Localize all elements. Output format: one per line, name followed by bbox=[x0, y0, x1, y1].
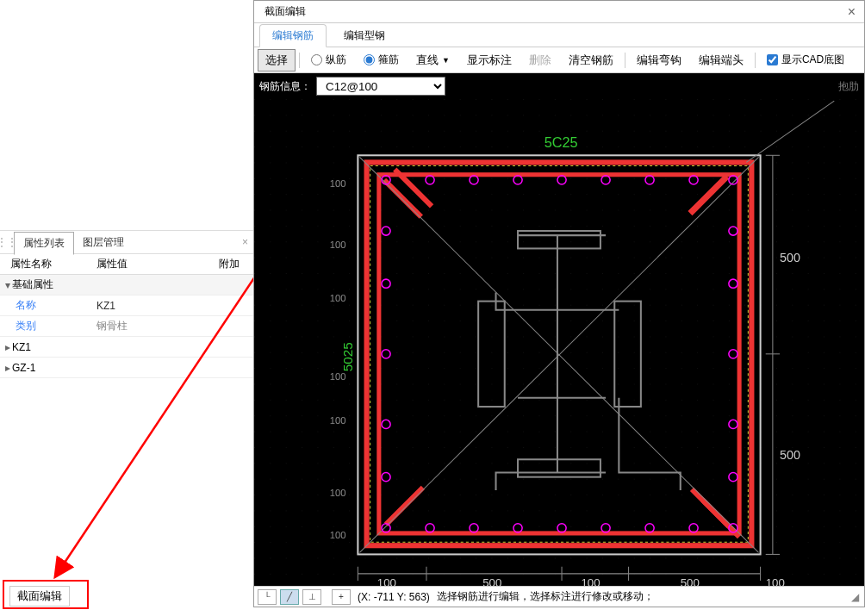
dim-top-label: 5C25 bbox=[545, 134, 578, 150]
prop-row-name[interactable]: 名称 KZ1 bbox=[0, 296, 253, 316]
dialog-title: 截面编辑 bbox=[264, 4, 306, 19]
status-msg: 选择钢筋进行编辑，选择标注进行修改或移动； bbox=[437, 589, 654, 604]
radio-longitudinal[interactable]: 纵筋 bbox=[303, 49, 354, 71]
section-canvas[interactable]: 5C25 5025 100100100 100100100100 500 500… bbox=[254, 99, 864, 586]
drag-handle-icon[interactable]: ⋮⋮ bbox=[0, 231, 14, 253]
statusbar: └ ╱ ⊥ + (X: -711 Y: 563) 选择钢筋进行编辑，选择标注进行… bbox=[254, 586, 864, 607]
col-extra: 附加 bbox=[219, 257, 253, 271]
node-gz1[interactable]: ▸ GZ-1 bbox=[0, 358, 253, 378]
status-coord: (X: -711 Y: 563) bbox=[358, 591, 430, 603]
prop-value: 钢骨柱 bbox=[96, 319, 253, 333]
col-name: 属性名称 bbox=[0, 257, 96, 271]
tab-edit-steel[interactable]: 编辑型钢 bbox=[332, 25, 397, 47]
dialog-tabs: 编辑钢筋 编辑型钢 bbox=[254, 23, 864, 47]
prop-value: KZ1 bbox=[96, 300, 253, 312]
svg-text:100: 100 bbox=[330, 530, 346, 540]
highlight-section-edit: 截面编辑 bbox=[3, 580, 89, 609]
chevron-right-icon: ▸ bbox=[3, 362, 12, 374]
svg-text:500: 500 bbox=[681, 576, 700, 586]
svg-text:500: 500 bbox=[482, 576, 501, 586]
svg-text:100: 100 bbox=[330, 415, 346, 426]
svg-text:100: 100 bbox=[330, 240, 346, 250]
top-right-text: 抱肋 bbox=[838, 79, 859, 94]
check-show-cad[interactable]: 显示CAD底图 bbox=[759, 49, 852, 71]
snap-plus-icon[interactable]: + bbox=[332, 589, 351, 605]
tool-select[interactable]: 选择 bbox=[258, 49, 296, 72]
tool-edit-hook[interactable]: 编辑弯钩 bbox=[629, 49, 689, 72]
svg-text:100: 100 bbox=[581, 576, 600, 586]
svg-text:100: 100 bbox=[766, 576, 785, 586]
group-label: 基础属性 bbox=[12, 277, 53, 292]
node-label: KZ1 bbox=[12, 341, 31, 353]
svg-text:500: 500 bbox=[780, 448, 800, 462]
snap-perp-icon[interactable]: ⊥ bbox=[302, 589, 321, 605]
radio-stirrup[interactable]: 箍筋 bbox=[356, 49, 407, 71]
node-kz1[interactable]: ▸ KZ1 bbox=[0, 337, 253, 358]
snap-endpoint-icon[interactable]: └ bbox=[258, 589, 277, 605]
dialog-titlebar[interactable]: 截面编辑 × bbox=[254, 1, 864, 23]
section-svg: 5C25 5025 100100100 100100100100 500 500… bbox=[254, 99, 864, 586]
svg-text:100: 100 bbox=[377, 576, 396, 586]
left-property-panel: ⋮⋮ 属性列表 图层管理 × 属性名称 属性值 附加 ▾ 基础属性 名称 KZ1… bbox=[0, 230, 253, 378]
close-icon[interactable]: × bbox=[242, 236, 248, 248]
svg-text:100: 100 bbox=[330, 293, 346, 303]
tool-delete[interactable]: 删除 bbox=[521, 49, 559, 72]
prop-row-type[interactable]: 类别 钢骨柱 bbox=[0, 316, 253, 337]
rebar-info-label: 钢筋信息： bbox=[259, 79, 311, 94]
separator bbox=[625, 53, 625, 68]
rebar-info-bar: 钢筋信息： C12@100 抱肋 bbox=[254, 73, 864, 99]
svg-text:100: 100 bbox=[330, 178, 346, 189]
prop-key: 名称 bbox=[0, 298, 96, 313]
tab-layers[interactable]: 图层管理 bbox=[74, 232, 133, 253]
svg-text:500: 500 bbox=[780, 251, 800, 264]
tool-show-label[interactable]: 显示标注 bbox=[459, 49, 520, 72]
section-edit-dialog: 截面编辑 × 编辑钢筋 编辑型钢 选择 纵筋 箍筋 直线 ▼ 显示标注 删除 清… bbox=[253, 0, 865, 607]
prop-key: 类别 bbox=[0, 319, 96, 333]
dim-left-label: 5025 bbox=[340, 342, 355, 371]
svg-text:100: 100 bbox=[330, 488, 346, 498]
tab-edit-rebar[interactable]: 编辑钢筋 bbox=[259, 24, 327, 47]
left-tabs: ⋮⋮ 属性列表 图层管理 × bbox=[0, 230, 253, 254]
svg-text:100: 100 bbox=[330, 371, 346, 382]
resize-grip-icon[interactable]: ◢ bbox=[851, 591, 859, 603]
rebar-info-select[interactable]: C12@100 bbox=[316, 77, 445, 96]
separator bbox=[755, 53, 756, 68]
toolbar: 选择 纵筋 箍筋 直线 ▼ 显示标注 删除 清空钢筋 编辑弯钩 编辑端头 显示C… bbox=[254, 47, 864, 73]
node-label: GZ-1 bbox=[12, 362, 35, 374]
section-edit-button[interactable]: 截面编辑 bbox=[9, 586, 70, 607]
tool-clear[interactable]: 清空钢筋 bbox=[561, 49, 621, 72]
chevron-right-icon: ▸ bbox=[3, 341, 12, 353]
tool-edit-end[interactable]: 编辑端头 bbox=[691, 49, 751, 72]
tool-line[interactable]: 直线 ▼ bbox=[408, 49, 457, 72]
tab-properties[interactable]: 属性列表 bbox=[14, 232, 74, 255]
chevron-down-icon: ▾ bbox=[3, 279, 12, 291]
separator bbox=[299, 53, 300, 68]
snap-mid-icon[interactable]: ╱ bbox=[280, 589, 299, 605]
property-header: 属性名称 属性值 附加 bbox=[0, 254, 253, 275]
col-value: 属性值 bbox=[96, 257, 219, 271]
dialog-close-icon[interactable]: × bbox=[848, 4, 856, 20]
group-basic[interactable]: ▾ 基础属性 bbox=[0, 275, 253, 296]
